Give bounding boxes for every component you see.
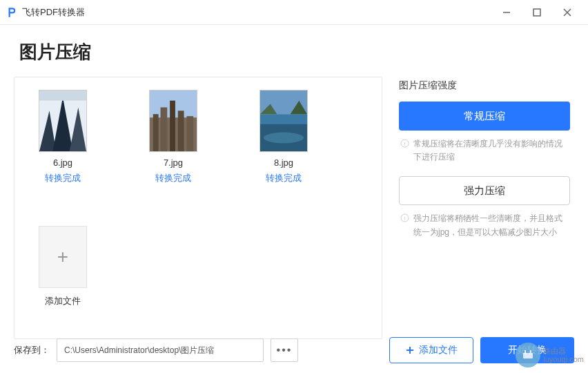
save-to-label: 保存到： [14,344,50,356]
window-controls [500,6,582,19]
strong-compression-button[interactable]: 强力压缩 [399,176,570,205]
file-item[interactable]: 8.jpg 转换完成 [249,90,318,184]
file-thumbnail [259,90,308,152]
normal-compression-button[interactable]: 常规压缩 [399,102,570,131]
svg-rect-30 [530,350,531,353]
file-name: 7.jpg [139,157,208,168]
svg-rect-12 [161,107,168,151]
svg-rect-29 [525,350,526,353]
svg-text:!: ! [404,141,405,147]
file-status: 转换完成 [139,172,208,184]
main-area: 6.jpg 转换完成 7.jpg 转换完成 8.jpg 转换完成 + 添加文件 … [0,77,588,339]
normal-compression-label: 常规压缩 [464,110,505,123]
svg-rect-8 [39,90,86,101]
titlebar: 飞转PDF转换器 [0,0,588,25]
close-button[interactable] [560,6,574,19]
file-thumbnail [39,90,87,152]
strong-compression-label: 强力压缩 [464,184,505,198]
plus-icon: + [39,226,87,288]
compression-panel: 图片压缩强度 常规压缩 ! 常规压缩将在清晰度几乎没有影响的情况下进行压缩 强力… [395,77,574,339]
file-status: 转换完成 [249,172,318,184]
file-item[interactable]: 6.jpg 转换完成 [28,90,97,184]
info-icon: ! [400,213,409,222]
file-thumbnail [149,90,197,152]
svg-rect-13 [170,101,175,151]
file-name: 6.jpg [28,157,97,168]
info-icon: ! [400,139,409,148]
app-title: 飞转PDF转换器 [22,6,85,19]
watermark: 路由器 luyouqi.com [516,343,584,367]
svg-rect-28 [523,353,533,358]
svg-text:!: ! [404,216,405,222]
add-file-icon [405,345,415,355]
svg-rect-15 [186,116,193,151]
file-list-panel: 6.jpg 转换完成 7.jpg 转换完成 8.jpg 转换完成 + 添加文件 [14,77,382,339]
add-file-label: 添加文件 [28,295,97,307]
svg-rect-11 [153,114,159,151]
svg-rect-27 [406,350,413,351]
page-title: 图片压缩 [0,25,588,77]
app-logo-icon [6,6,18,19]
footer-bar: 保存到： ••• 添加文件 开始转换 [0,337,588,363]
file-status: 转换完成 [28,172,97,184]
app-logo: 飞转PDF转换器 [6,6,85,19]
file-name: 8.jpg [249,157,318,168]
file-item[interactable]: 7.jpg 转换完成 [139,90,208,184]
normal-compression-hint: ! 常规压缩将在清晰度几乎没有影响的情况下进行压缩 [399,137,570,164]
add-file-tile[interactable]: + 添加文件 [28,226,97,307]
watermark-text: 路由器 luyouqi.com [543,347,584,363]
browse-button[interactable]: ••• [271,338,298,362]
compression-label: 图片压缩强度 [399,79,570,92]
strong-compression-hint: ! 强力压缩将稍牺牲一些清晰度，并且格式统一为jpg，但是可以大幅减少图片大小 [399,212,570,238]
watermark-icon [516,343,540,367]
svg-rect-14 [178,111,184,151]
maximize-button[interactable] [530,6,544,19]
svg-rect-1 [533,9,540,16]
svg-point-21 [264,133,304,144]
save-path-input[interactable] [57,338,264,362]
minimize-button[interactable] [500,6,513,19]
add-file-button[interactable]: 添加文件 [389,337,473,363]
